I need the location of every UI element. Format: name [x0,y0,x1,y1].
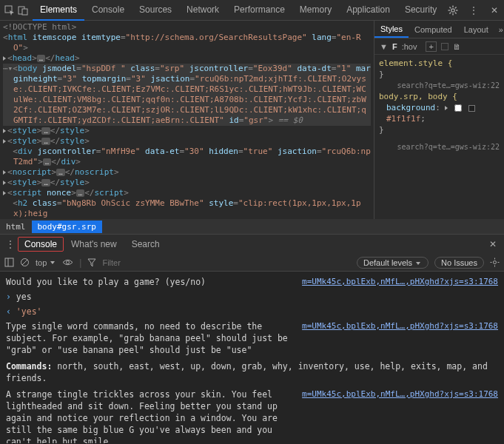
styles-rules-list[interactable]: element.style { } search?q=te…=gws-wiz:2… [374,55,504,155]
console-input-chevron-icon: › [6,292,16,302]
log-levels-dropdown[interactable]: Default levels [357,257,429,269]
svg-line-9 [455,12,457,13]
dom-breadcrumb: html body#gsr.srp [0,219,504,234]
svg-point-16 [67,261,70,264]
tab-security[interactable]: Security [397,0,444,21]
tab-layout[interactable]: Layout [458,22,494,37]
css-property[interactable]: background [386,103,435,112]
console-message: Would you like to play a game? (yes/no) [6,276,302,288]
tab-sources[interactable]: Sources [132,0,179,21]
filter-funnel-icon[interactable]: ▼ [380,42,388,51]
tab-application[interactable]: Application [339,0,397,21]
collapsed-ellipsis[interactable]: … [37,55,45,62]
settings-gear-icon[interactable] [446,3,460,18]
css-value[interactable]: #1f1f1f [386,114,420,124]
console-filter-input[interactable] [102,258,161,267]
toolbar-right-controls: ⋮ ✕ [444,3,503,18]
stylesheet-source-link[interactable]: search?q=te…=gws-wiz:22 [379,80,500,91]
execution-context-selector[interactable]: top [36,258,56,267]
breadcrumb-html[interactable]: html [0,221,32,233]
main-tab-strip: Elements Console Sources Network Perform… [33,0,444,21]
main-content-split: <!DOCTYPE html> <html itemscope itemtype… [0,21,504,219]
svg-line-8 [450,7,451,8]
drawer-tab-console[interactable]: Console [18,237,64,252]
inspect-element-icon[interactable] [4,3,15,18]
console-message: A strange tingle trickles across your sk… [6,388,302,443]
expand-triangle-icon[interactable] [3,129,6,133]
console-toolbar: top | Default levels No Issues [0,254,504,272]
breadcrumb-body[interactable]: body#gsr.srp [32,221,102,233]
console-settings-gear-icon[interactable] [490,258,500,267]
svg-line-15 [22,260,27,265]
console-input-echo: yes [16,292,32,302]
styles-filter-toolbar: ▼ F :hov + 🗎 [374,38,504,55]
expand-triangle-icon[interactable] [3,56,6,61]
new-rule-plus-icon[interactable]: + [426,41,436,52]
drawer-close-icon[interactable]: ✕ [485,239,501,249]
console-output-chevron-icon: ‹ [6,306,16,317]
console-source-link[interactable]: m=UMk45c,bplExb,nMfL…,pHXghd?xjs=s3:1768 [302,388,498,443]
expand-value-icon[interactable] [445,106,448,110]
rule-selector: body.srp, body { [379,92,457,101]
color-swatch[interactable] [468,105,475,112]
drawer-tab-search[interactable]: Search [124,236,167,252]
issues-counter[interactable]: No Issues [434,257,484,269]
tab-performance[interactable]: Performance [226,0,292,21]
close-devtools-icon[interactable]: ✕ [487,3,502,18]
selected-body-element[interactable]: ⋯▾<body jsmodel="hspDDf " class="srp" js… [3,64,371,126]
expand-triangle-icon[interactable] [3,191,6,195]
styles-tab-strip: Styles Computed Layout » [374,21,504,38]
toolbar-box-icon[interactable] [441,43,448,50]
css-enable-checkbox[interactable] [454,104,462,112]
styles-sidebar: Styles Computed Layout » ▼ F :hov + 🗎 el… [374,21,504,219]
tab-memory[interactable]: Memory [292,0,339,21]
svg-rect-12 [5,258,13,266]
kebab-menu-icon[interactable]: ⋮ [466,3,481,18]
tab-styles[interactable]: Styles [374,21,409,38]
console-sidebar-toggle-icon[interactable] [4,258,14,267]
hov-toggle[interactable]: :hov [402,42,417,51]
drawer-kebab-icon[interactable]: ⋮ [3,239,18,249]
tab-console[interactable]: Console [84,0,132,21]
drawer-tab-whatsnew[interactable]: What's new [64,236,124,252]
console-drawer: ⋮ Console What's new Search ✕ top | Defa… [0,234,504,443]
expand-triangle-icon[interactable] [3,181,6,185]
svg-point-17 [494,261,497,264]
svg-rect-2 [22,9,27,15]
console-return-value: 'yes' [16,306,42,317]
clear-console-icon[interactable] [20,258,30,267]
filter-funnel-icon[interactable] [87,258,96,267]
toolbar-page-icon[interactable]: 🗎 [453,42,461,51]
expand-triangle-icon[interactable] [3,170,6,175]
console-message: Type single word commands, no need to de… [6,320,302,356]
elements-dom-tree[interactable]: <!DOCTYPE html> <html itemscope itemtype… [0,21,374,219]
expand-triangle-icon[interactable] [3,139,6,144]
console-source-link[interactable]: m=UMk45c,bplExb,nMfL…,pHXghd?xjs=s3:1768 [302,276,498,288]
console-messages[interactable]: Would you like to play a game? (yes/no) … [0,272,504,443]
console-source-link[interactable]: m=UMk45c,bplExb,nMfL…,pHXghd?xjs=s3:1768 [302,320,498,356]
tab-computed[interactable]: Computed [409,22,458,37]
selection-marker: == $0 [278,115,303,125]
device-toggle-icon[interactable] [18,3,28,18]
filter-input[interactable]: F [392,42,397,51]
svg-line-11 [455,7,457,8]
tab-network[interactable]: Network [179,0,226,21]
tab-elements[interactable]: Elements [33,0,84,21]
stylesheet-source-link[interactable]: search?q=te…=gws-wiz:22 [379,141,500,152]
console-message: Commands: north, south, east, west, up, … [6,360,498,384]
drawer-tab-strip: ⋮ Console What's new Search ✕ [0,235,504,254]
devtools-toolbar: Elements Console Sources Network Perform… [0,0,504,21]
doctype: <!DOCTYPE html> [3,22,76,32]
svg-line-10 [450,12,451,13]
svg-point-3 [451,8,454,11]
live-expression-eye-icon[interactable] [62,258,73,266]
element-style-selector: element.style { [379,58,452,68]
overflow-expand-icon[interactable]: » [494,25,504,34]
